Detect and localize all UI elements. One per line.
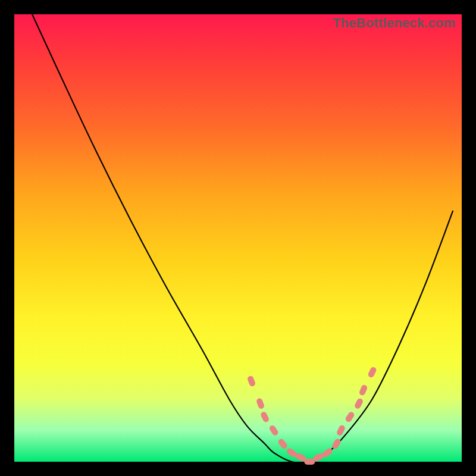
curve-marker (256, 397, 265, 409)
curve-marker (336, 424, 346, 437)
chart-frame: TheBottleneck.com (14, 14, 462, 462)
curve-marker (367, 366, 377, 378)
curve-marker (354, 397, 364, 410)
curve-marker (304, 459, 315, 465)
watermark-text: TheBottleneck.com (333, 15, 456, 31)
curve-marker (268, 424, 279, 437)
bottleneck-curve (32, 14, 453, 463)
curve-marker (277, 438, 289, 450)
curve-marker (260, 411, 270, 424)
chart-svg (14, 14, 462, 462)
curve-marker (247, 375, 256, 387)
curve-marker (358, 384, 368, 396)
marker-group (247, 366, 378, 465)
curve-marker (345, 411, 355, 424)
